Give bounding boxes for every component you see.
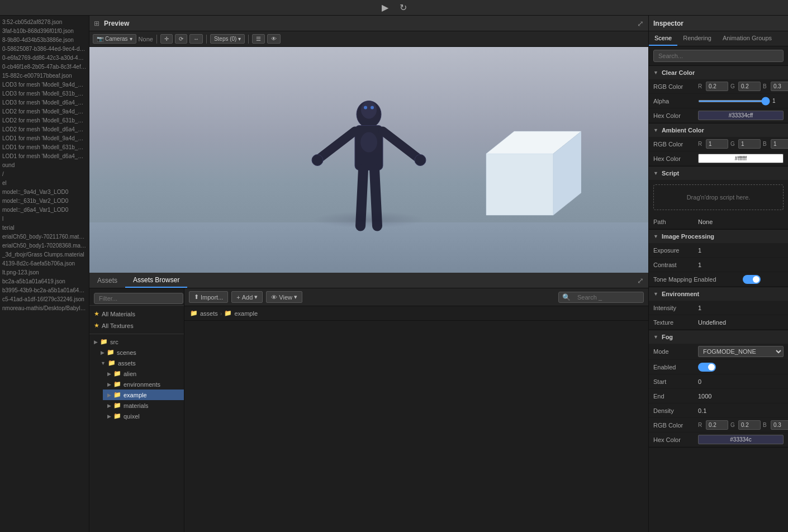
scale-tool-button[interactable]: ↔: [189, 34, 203, 44]
console-line: model::_9a4d_Var3_LOD0: [2, 188, 87, 197]
intensity-label: Intensity: [653, 305, 698, 311]
script-drop-zone[interactable]: Drag'n'drop script here.: [653, 184, 784, 210]
chevron-right-icon: ▶: [107, 414, 111, 419]
tree-item-assets[interactable]: ▼ 📁 assets: [96, 358, 184, 368]
ambient-hex-input[interactable]: [698, 154, 784, 163]
tone-mapping-toggle[interactable]: [743, 275, 761, 284]
preview-resize-btn[interactable]: ⊞: [94, 20, 99, 27]
g-label: G: [730, 141, 736, 147]
g-label: G: [730, 422, 736, 428]
svg-marker-12: [486, 154, 553, 215]
bottom-panel-expand-button[interactable]: ⤢: [633, 276, 648, 285]
alpha-slider[interactable]: [698, 100, 770, 102]
tree-item-environments[interactable]: ▶ 📁 environments: [103, 379, 184, 390]
fog-rgb-row: RGB Color R G B: [649, 418, 788, 433]
ambient-g-input[interactable]: [738, 139, 761, 149]
texture-row: Texture Undefined: [649, 315, 788, 330]
tree-item-example[interactable]: ▶ 📁 example: [103, 390, 184, 400]
folder-icon: 📁: [113, 381, 121, 388]
cameras-icon: 📷: [97, 36, 103, 42]
g-label: G: [730, 83, 736, 89]
tree-item-scenes[interactable]: ▶ 📁 scenes: [96, 347, 184, 358]
move-tool-button[interactable]: ✛: [160, 34, 173, 44]
star-icon: ★: [94, 310, 99, 317]
add-button[interactable]: + Add ▾: [231, 291, 263, 303]
fog-header[interactable]: ▼ Fog: [649, 330, 788, 344]
fog-b-input[interactable]: [771, 420, 788, 430]
texture-label: Texture: [653, 319, 698, 326]
ambient-rgb-row: RGB Color R G B: [649, 137, 788, 151]
hex-color-input[interactable]: [698, 111, 784, 120]
rgb-color-inputs: R G B: [698, 82, 788, 91]
fog-end-row: End 1000: [649, 389, 788, 403]
inspector-header: Inspector: [649, 16, 788, 31]
character-svg: [307, 70, 430, 249]
fog-mode-select[interactable]: FOGMODE_NONE: [698, 346, 784, 357]
r-input[interactable]: [706, 82, 728, 91]
breadcrumb-example[interactable]: example: [234, 310, 258, 317]
g-input[interactable]: [738, 82, 761, 91]
script-header[interactable]: ▼ Script: [649, 167, 788, 180]
fog-r-input[interactable]: [706, 420, 728, 430]
fog-section: ▼ Fog Mode FOGMODE_NONE Enabled Start 0: [649, 330, 788, 448]
breadcrumb-folder-icon-2: 📁: [224, 310, 232, 317]
tab-assets-browser[interactable]: Assets Browser: [125, 273, 187, 288]
import-button[interactable]: ⬆ Import...: [189, 291, 228, 303]
menu-button[interactable]: ☰: [252, 34, 265, 44]
console-line: bc2a-a5b1a01a6419.json: [2, 277, 87, 286]
tree-item-quixel[interactable]: ▶ 📁 quixel: [103, 411, 184, 421]
all-textures-item[interactable]: ★ All Textures: [89, 320, 184, 331]
top-toolbar: ▶ ↻: [0, 0, 788, 16]
tree-item-src[interactable]: ▶ 📁 src: [89, 336, 184, 347]
toolbar-separator-2: [206, 35, 207, 44]
ambient-color-header[interactable]: ▼ Ambient Color: [649, 124, 788, 137]
tree-item-alien[interactable]: ▶ 📁 alien: [103, 368, 184, 379]
ambient-r-input[interactable]: [706, 139, 728, 149]
eye-button[interactable]: 👁: [267, 34, 281, 44]
refresh-button[interactable]: ↻: [396, 1, 410, 14]
assets-main: ⬆ Import... + Add ▾ 👁 View ▾: [184, 288, 648, 532]
fog-start-label: Start: [653, 378, 698, 385]
console-line: terial: [2, 224, 87, 232]
all-materials-item[interactable]: ★ All Materials: [89, 308, 184, 320]
view-button[interactable]: 👁 View ▾: [266, 291, 302, 303]
fog-hex-input[interactable]: [698, 435, 784, 444]
tab-rendering[interactable]: Rendering: [677, 31, 717, 46]
inspector-search-input[interactable]: [653, 50, 784, 62]
fog-g-input[interactable]: [738, 420, 761, 430]
toolbar-separator-3: [248, 35, 249, 44]
r-label: R: [698, 141, 704, 147]
tab-assets[interactable]: Assets: [89, 273, 125, 288]
r-label: R: [698, 422, 704, 428]
steps-button[interactable]: Steps (0) ▾: [210, 34, 245, 44]
environment-section: ▼ Environment Intensity 1 Texture Undefi…: [649, 287, 788, 330]
play-button[interactable]: ▶: [378, 1, 392, 14]
tone-mapping-label: Tone Mapping Enabled: [653, 276, 743, 283]
console-line: 0-58625087-b386-44ed-9ec4-d6339e214545.j…: [2, 45, 87, 54]
alpha-row: Alpha 1: [649, 94, 788, 108]
assets-filter-input[interactable]: [94, 293, 183, 304]
tab-scene[interactable]: Scene: [649, 31, 677, 46]
folder-icon: 📁: [113, 412, 121, 420]
viewport-canvas[interactable]: [89, 47, 648, 273]
tree-item-materials[interactable]: ▶ 📁 materials: [103, 400, 184, 411]
clear-color-header[interactable]: ▼ Clear Color: [649, 66, 788, 79]
console-line: 8-9b80-4d34b53b3886e.json: [2, 36, 87, 45]
breadcrumb-folder-icon: 📁: [190, 310, 198, 317]
breadcrumb-assets[interactable]: assets: [200, 310, 218, 317]
console-line: LOD1 for mesh 'Modell_9a4d_Var3_LOD0-586…: [2, 134, 87, 143]
rotate-tool-button[interactable]: ⟳: [175, 34, 187, 44]
console-line: LOD2 for mesh 'Modell_9a4d_Var3_LOD0-586…: [2, 107, 87, 116]
path-label: Path: [653, 218, 698, 225]
cameras-button[interactable]: 📷 Cameras ▾: [93, 34, 136, 44]
assets-search-input[interactable]: [573, 292, 640, 302]
fog-enabled-toggle[interactable]: [698, 363, 716, 372]
b-input[interactable]: [771, 82, 788, 91]
cameras-none-label: None: [139, 36, 153, 42]
preview-expand-button[interactable]: ⤢: [637, 19, 644, 28]
image-processing-header[interactable]: ▼ Image Processing: [649, 230, 788, 243]
fog-density-value: 0.1: [698, 407, 706, 414]
tab-animation-groups[interactable]: Animation Groups: [717, 31, 777, 46]
ambient-b-input[interactable]: [771, 139, 788, 149]
environment-header[interactable]: ▼ Environment: [649, 287, 788, 301]
